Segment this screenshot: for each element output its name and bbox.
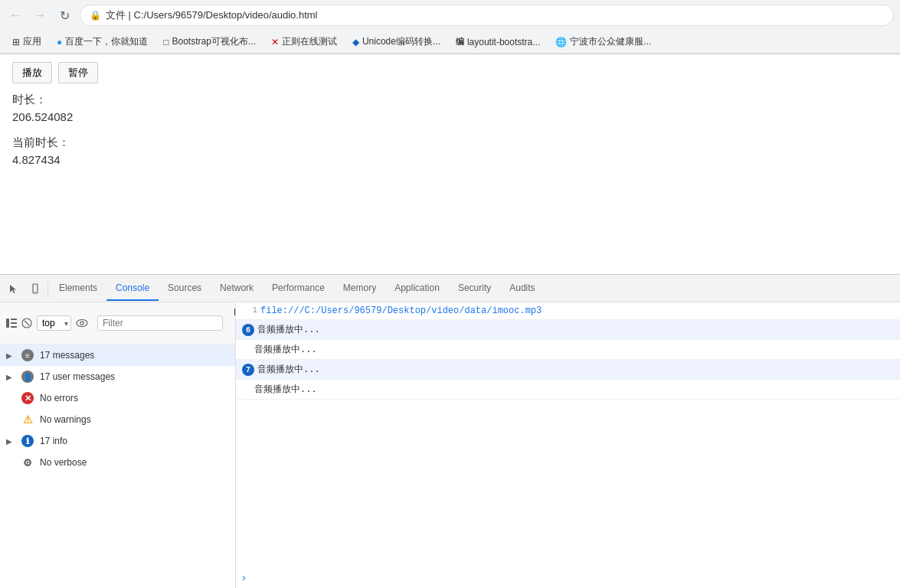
warnings-label: No warnings — [40, 414, 91, 425]
verbose-icon: ⚙ — [21, 456, 34, 469]
console-row-playing-7: 7 音频播放中... — [236, 360, 900, 380]
tab-separator-1 — [47, 281, 48, 296]
playing-text-sub2: 音频播放中... — [254, 383, 317, 396]
sidebar-item-verbose[interactable]: ▶ ⚙ No verbose — [0, 452, 235, 473]
browser-chrome: ← → ↻ 🔒 文件 | C:/Users/96579/Desktop/vide… — [0, 0, 900, 54]
message-badge-6: 6 — [242, 324, 254, 336]
sidebar-list: ▶ ≡ 17 messages ▶ 👤 17 user messages ▶ ✕… — [0, 345, 235, 588]
tab-application[interactable]: Application — [385, 276, 449, 301]
context-selector[interactable]: top ▾ — [37, 315, 71, 331]
bookmark-apps[interactable]: ⊞ 应用 — [6, 34, 47, 50]
bookmark-bootstrap-vis[interactable]: □ Bootstrap可视化布... — [157, 34, 262, 50]
bookmark-regex[interactable]: ✕ 正则在线测试 — [265, 34, 343, 50]
tab-sources[interactable]: Sources — [159, 276, 211, 301]
devtools-cursor-icon[interactable] — [3, 278, 25, 299]
tab-elements[interactable]: Elements — [50, 276, 106, 301]
expand-arrow-icon: ▶ — [6, 373, 15, 381]
info-icon: ℹ — [21, 435, 34, 447]
tab-security[interactable]: Security — [449, 276, 500, 301]
svg-rect-3 — [6, 318, 9, 328]
page-content: 播放 暂停 时长： 206.524082 当前时长： 4.827434 — [0, 54, 900, 299]
bookmark-label: Bootstrap可视化布... — [172, 35, 256, 48]
svg-point-9 — [77, 320, 87, 327]
svg-rect-6 — [11, 326, 17, 328]
console-row-playing-sub-1: 音频播放中... — [236, 340, 900, 360]
tab-memory[interactable]: Memory — [334, 276, 385, 301]
unicode-icon: ◆ — [352, 37, 359, 47]
info-label: 17 info — [40, 436, 67, 446]
current-label: 当前时长： — [12, 136, 888, 150]
url-text: 文件 | C:/Users/96579/Desktop/video/audio.… — [106, 8, 318, 22]
console-row-playing-sub-2: 音频播放中... — [236, 380, 900, 400]
bookmarks-bar: ⊞ 应用 ● 百度一下，你就知道 □ Bootstrap可视化布... ✕ 正则… — [0, 31, 900, 54]
file-link[interactable]: file:///C:/Users/96579/Desktop/video/dat… — [260, 305, 542, 316]
tab-console[interactable]: Console — [106, 276, 159, 301]
prompt-arrow-icon: › — [242, 571, 246, 583]
baidu-icon: ● — [57, 37, 62, 47]
sidebar-item-info[interactable]: ▶ ℹ 17 info — [0, 430, 235, 452]
sidebar-toggle-icon[interactable] — [6, 312, 17, 334]
eye-icon[interactable] — [76, 314, 88, 332]
tab-audits[interactable]: Audits — [500, 276, 544, 301]
playing-text-6: 音频播放中... — [257, 323, 320, 336]
levels-button[interactable]: Default levels ▾ — [227, 305, 236, 341]
filter-input[interactable] — [97, 315, 223, 331]
play-button[interactable]: 播放 — [12, 62, 52, 83]
console-output: 1 file:///C:/Users/96579/Desktop/video/d… — [236, 302, 900, 567]
address-bar[interactable]: 🔒 文件 | C:/Users/96579/Desktop/video/audi… — [80, 5, 894, 26]
bookmark-label: 应用 — [23, 35, 41, 48]
warnings-icon: ⚠ — [21, 413, 34, 426]
security-icon: 🔒 — [90, 10, 101, 21]
sidebar-item-errors[interactable]: ▶ ✕ No errors — [0, 387, 235, 409]
svg-rect-4 — [11, 318, 17, 320]
devtools-panel: Elements Console Sources Network Perform… — [0, 274, 900, 588]
bookmark-label: 正则在线测试 — [282, 35, 337, 48]
errors-icon: ✕ — [21, 392, 34, 404]
current-value: 4.827434 — [12, 153, 888, 166]
bookmark-layoutit[interactable]: 编 layoutit-bootstra... — [450, 34, 546, 49]
messages-label: 17 messages — [40, 350, 94, 361]
svg-rect-5 — [11, 322, 17, 324]
bookmark-ningbo[interactable]: 🌐 宁波市公众健康服... — [549, 34, 657, 50]
devtools-tab-bar: Elements Console Sources Network Perform… — [0, 275, 900, 302]
user-messages-icon: 👤 — [21, 371, 34, 383]
clear-console-icon[interactable] — [21, 312, 32, 334]
bookmark-baidu[interactable]: ● 百度一下，你就知道 — [51, 34, 154, 50]
tab-performance[interactable]: Performance — [263, 276, 334, 301]
regex-icon: ✕ — [271, 37, 279, 47]
console-row-playing-6: 6 音频播放中... — [236, 320, 900, 340]
console-main: 1 file:///C:/Users/96579/Desktop/video/d… — [236, 302, 900, 588]
expand-arrow-icon: ▶ — [6, 437, 15, 446]
line-number: 1 — [242, 305, 257, 315]
bookmark-unicode[interactable]: ◆ Unicode编码转换... — [346, 34, 447, 50]
devtools-mobile-icon[interactable] — [25, 278, 46, 299]
nav-bar: ← → ↻ 🔒 文件 | C:/Users/96579/Desktop/vide… — [0, 0, 900, 31]
console-prompt: › — [236, 567, 900, 588]
svg-line-8 — [25, 321, 29, 325]
forward-button[interactable]: → — [31, 6, 49, 24]
verbose-label: No verbose — [40, 457, 87, 468]
expand-arrow-icon: ▶ — [6, 351, 15, 360]
errors-label: No errors — [40, 393, 78, 403]
sidebar-item-messages[interactable]: ▶ ≡ 17 messages — [0, 345, 235, 366]
duration-label: 时长： — [12, 93, 888, 107]
apps-icon: ⊞ — [12, 37, 20, 47]
tab-network[interactable]: Network — [211, 276, 263, 301]
sidebar-item-user-messages[interactable]: ▶ 👤 17 user messages — [0, 366, 235, 387]
messages-icon: ≡ — [21, 349, 34, 361]
bookmark-label: Unicode编码转换... — [362, 35, 440, 48]
sidebar-item-warnings[interactable]: ▶ ⚠ No warnings — [0, 409, 235, 430]
context-select[interactable]: top — [37, 315, 71, 331]
refresh-button[interactable]: ↻ — [55, 6, 74, 24]
bookmark-label: 宁波市公众健康服... — [570, 35, 651, 48]
console-row-file: 1 file:///C:/Users/96579/Desktop/video/d… — [236, 302, 900, 320]
playing-text-sub1: 音频播放中... — [254, 343, 317, 356]
console-sidebar: top ▾ Default levels ▾ ▶ ≡ 17 messages — [0, 302, 236, 588]
svg-point-2 — [34, 291, 35, 292]
back-button[interactable]: ← — [6, 6, 25, 24]
svg-marker-0 — [10, 285, 16, 293]
globe-icon: 🌐 — [555, 37, 567, 47]
pause-button[interactable]: 暂停 — [58, 62, 98, 83]
user-messages-label: 17 user messages — [40, 371, 115, 382]
devtools-body: top ▾ Default levels ▾ ▶ ≡ 17 messages — [0, 302, 900, 588]
